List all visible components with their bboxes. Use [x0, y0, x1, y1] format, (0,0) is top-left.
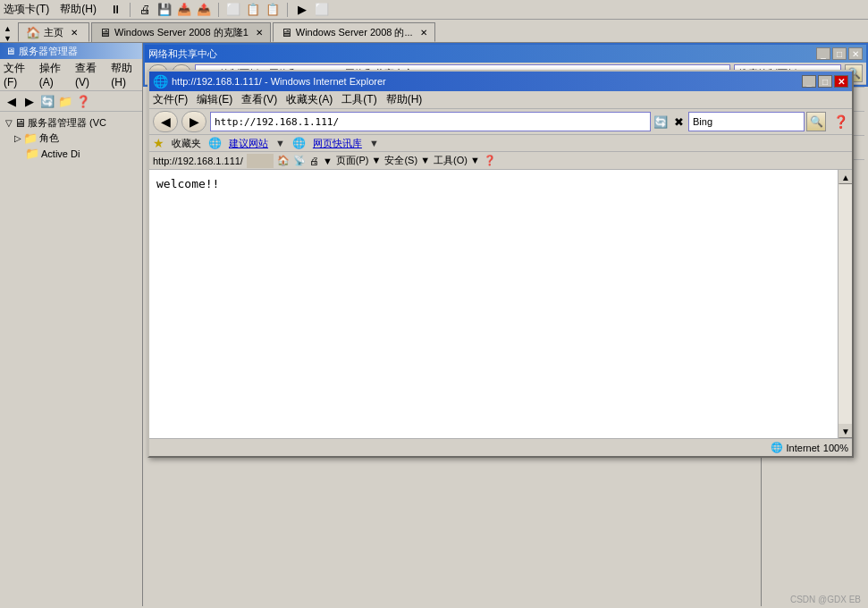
top-menu: 选项卡(T) 帮助(H): [4, 2, 97, 17]
tab-scroll-up[interactable]: ▲: [4, 25, 12, 33]
ie-print-arrow[interactable]: ▼: [323, 156, 333, 166]
ie-zoom-text: 100%: [823, 443, 848, 453]
ie-menu-fav[interactable]: 收藏夹(A): [286, 92, 333, 107]
ie-fav-arrow[interactable]: ▼: [275, 138, 285, 148]
ie-settings-icon[interactable]: ❓: [833, 114, 848, 129]
ie-home-btn[interactable]: 🏠: [277, 155, 290, 166]
tree-item-role[interactable]: ▷ 📁 角色: [4, 131, 139, 146]
sm-menu-view[interactable]: 查看(V): [75, 61, 102, 89]
server1-tab-icon: 🖥: [99, 26, 111, 39]
tab-server1[interactable]: 🖥 Windows Server 2008 的克隆1 ✕: [91, 22, 271, 42]
ie-close-btn[interactable]: ✕: [834, 75, 848, 88]
scrollbar-up-btn[interactable]: ▲: [839, 170, 852, 184]
ie-favorites-label[interactable]: 收藏夹: [172, 137, 201, 150]
tab-home-close[interactable]: ✕: [71, 28, 78, 38]
tab-scroll-down[interactable]: ▼: [4, 35, 12, 43]
ie-feed-arrow[interactable]: ▼: [369, 138, 379, 148]
ie-page-btn[interactable]: 页面(P) ▼: [336, 154, 382, 167]
play-icon[interactable]: ▶: [294, 2, 310, 18]
ie-favbar: ★ 收藏夹 🌐 建议网站 ▼ 🌐 网页快讯库 ▼: [149, 135, 852, 152]
ie-tools-btn[interactable]: 工具(O) ▼: [434, 154, 480, 167]
ie-fav-globe2-icon: 🌐: [292, 137, 306, 149]
question-icon[interactable]: ❓: [75, 93, 91, 109]
ie-print-btn[interactable]: 🖨: [309, 156, 319, 166]
square-icon[interactable]: ⬜: [314, 2, 330, 18]
ie-back-btn[interactable]: ◀: [153, 111, 178, 132]
tab-server2-close[interactable]: ✕: [420, 28, 427, 38]
tree-ad-label: Active Di: [41, 148, 80, 159]
tree-server-label: 服务器管理器 (VC: [28, 116, 106, 130]
ie-refresh-icon[interactable]: 🔄: [653, 114, 669, 130]
ie-search-go[interactable]: 🔍: [806, 112, 826, 131]
ie-maximize-btn[interactable]: □: [818, 75, 832, 88]
back-icon[interactable]: ◀: [4, 93, 20, 109]
menu-help[interactable]: 帮助(H): [60, 2, 97, 17]
ie-feed-btn[interactable]: 📡: [293, 155, 306, 166]
ie-menu-edit[interactable]: 编辑(E): [197, 92, 232, 107]
tree-item-server[interactable]: ▽ 🖥 服务器管理器 (VC: [4, 115, 139, 131]
tab-bar: ▲ ▼ 🏠 主页 ✕ 🖥 Windows Server 2008 的克隆1 ✕ …: [0, 20, 868, 43]
clipboard2-icon[interactable]: 📋: [265, 2, 281, 18]
ie-menu-view[interactable]: 查看(V): [241, 92, 277, 107]
watermark: CSDN @GDX EB: [790, 595, 861, 604]
network-minimize-btn[interactable]: _: [816, 47, 830, 60]
ie-address-bar: http://192.168.1.111/ 🔄 ✖ Bing 🔍: [210, 112, 826, 131]
ie-title-icon: 🌐: [153, 74, 168, 89]
server-manager-title-text: 服务器管理器: [19, 45, 78, 58]
ie-help-btn[interactable]: ❓: [484, 155, 496, 166]
ie-scrollbar[interactable]: ▲ ▼: [838, 170, 852, 438]
ie-minimize-btn[interactable]: _: [802, 75, 816, 88]
tree-expand-server[interactable]: ▽: [5, 118, 13, 128]
ie-stop-icon[interactable]: ✖: [670, 114, 687, 130]
export-icon[interactable]: 📤: [196, 2, 212, 18]
tab-server1-label: Windows Server 2008 的克隆1: [114, 26, 249, 39]
ie-menu-tools[interactable]: 工具(T): [341, 92, 376, 107]
ie-title-left: 🌐 http://192.168.1.111/ - Windows Intern…: [153, 74, 386, 89]
tree-expand-role[interactable]: ▷: [14, 133, 21, 143]
ie-forward-btn[interactable]: ▶: [181, 111, 206, 132]
import-icon[interactable]: 📥: [176, 2, 192, 18]
refresh-icon[interactable]: 🔄: [39, 93, 55, 109]
menu-options[interactable]: 选项卡(T): [4, 2, 49, 17]
pause-icon[interactable]: ⏸: [107, 2, 123, 18]
tab-server1-close[interactable]: ✕: [256, 28, 263, 38]
sm-menu-action[interactable]: 操作(A): [39, 61, 66, 89]
separator-3: [287, 3, 288, 17]
ie-content: welcome!! ▲ ▼: [149, 170, 852, 438]
tree-item-active-dir[interactable]: 📁 Active Di: [4, 146, 139, 161]
window-icon[interactable]: ⬜: [225, 2, 241, 18]
ie-search-text: Bing: [693, 116, 712, 127]
left-panel: 🖥 服务器管理器 文件(F) 操作(A) 查看(V) 帮助(H) ◀ ▶ 🔄 📁…: [0, 43, 143, 606]
ie-url-input[interactable]: http://192.168.1.111/: [210, 112, 651, 131]
folder-icon[interactable]: 📁: [57, 93, 73, 109]
ie-menu-file[interactable]: 文件(F): [153, 92, 188, 107]
server-manager-menu: 文件(F) 操作(A) 查看(V) 帮助(H): [0, 59, 142, 91]
forward-icon[interactable]: ▶: [21, 93, 38, 109]
scrollbar-track[interactable]: [839, 184, 852, 424]
tree-role-icon: 📁: [23, 131, 38, 145]
network-maximize-btn[interactable]: □: [832, 47, 847, 60]
top-toolbar: 选项卡(T) 帮助(H) ⏸ 🖨 💾 📥 📤 ⬜ 📋 📋 ▶ ⬜: [0, 0, 868, 20]
ie-search-input[interactable]: Bing: [688, 112, 805, 131]
ie-url-text: http://192.168.1.111/: [215, 116, 339, 128]
ie-feed-link[interactable]: 网页快讯库: [313, 137, 362, 150]
tab-home[interactable]: 🏠 主页 ✕: [18, 22, 89, 42]
ie-suggest-link[interactable]: 建议网站: [229, 137, 268, 150]
scrollbar-down-btn[interactable]: ▼: [839, 424, 852, 438]
ie-menu-help[interactable]: 帮助(H): [386, 92, 423, 107]
sm-menu-file[interactable]: 文件(F): [4, 61, 30, 89]
ie-security-btn[interactable]: 安全(S) ▼: [384, 154, 430, 167]
clipboard-icon[interactable]: 📋: [245, 2, 261, 18]
ie-window-controls: _ □ ✕: [802, 75, 848, 88]
ie-title-text: http://192.168.1.111/ - Windows Internet…: [172, 76, 386, 87]
print-icon[interactable]: 🖨: [137, 2, 153, 18]
tab-server2-label: Windows Server 2008 的...: [296, 26, 413, 39]
tab-server2[interactable]: 🖥 Windows Server 2008 的... ✕: [273, 22, 435, 42]
ie-menubar: 文件(F) 编辑(E) 查看(V) 收藏夹(A) 工具(T) 帮助(H): [149, 91, 852, 109]
network-close-btn[interactable]: ✕: [848, 47, 863, 60]
sm-menu-help[interactable]: 帮助(H): [111, 61, 139, 89]
ie-statusbar-icons: 🏠 📡 🖨 ▼ 页面(P) ▼ 安全(S) ▼ 工具(O) ▼ ❓: [277, 154, 496, 167]
ie-window: 🌐 http://192.168.1.111/ - Windows Intern…: [147, 70, 854, 458]
ie-page-content: welcome!!: [149, 170, 852, 198]
save-icon[interactable]: 💾: [156, 2, 173, 18]
